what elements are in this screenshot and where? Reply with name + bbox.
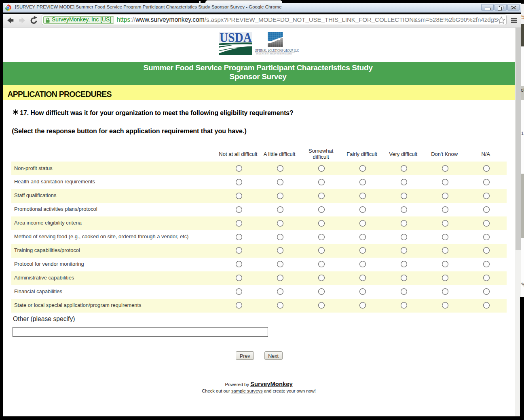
- svg-text:ENABLING DATA-DRIVEN DECISION: ENABLING DATA-DRIVEN DECISION MAKING: [256, 53, 292, 55]
- svg-text:OPTIMAL SOLUTIONS GROUP LLC: OPTIMAL SOLUTIONS GROUP LLC: [255, 48, 299, 52]
